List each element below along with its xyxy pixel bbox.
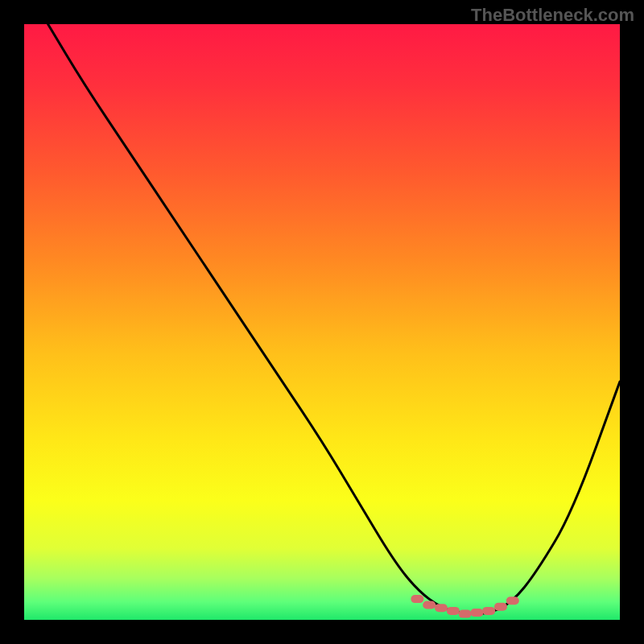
bottleneck-curve: [48, 24, 620, 614]
marker-dot: [506, 597, 519, 605]
marker-dot: [482, 607, 495, 615]
marker-dot: [411, 595, 423, 603]
plot-area: [24, 24, 620, 620]
marker-dot: [423, 601, 436, 609]
watermark-text: TheBottleneck.com: [471, 5, 634, 26]
marker-dot: [470, 609, 483, 617]
marker-dot: [447, 607, 460, 615]
marker-dot: [459, 610, 472, 618]
chart-svg: [24, 24, 620, 620]
chart-container: TheBottleneck.com: [0, 0, 644, 644]
marker-dot: [435, 604, 448, 612]
marker-dot: [494, 603, 507, 611]
